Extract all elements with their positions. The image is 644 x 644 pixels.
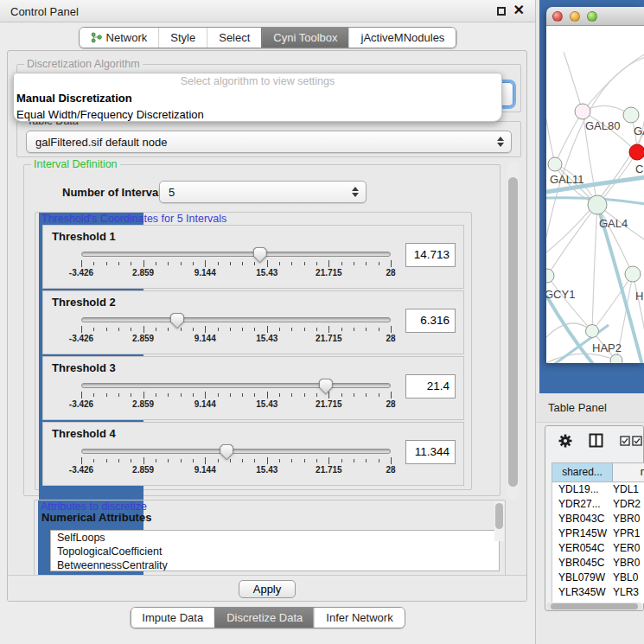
slider-tick (131, 262, 131, 265)
table-data-combo[interactable]: galFiltered.sif default node (26, 131, 512, 153)
attributes-scrollbar-thumb[interactable] (495, 503, 503, 529)
table-row[interactable]: YBR045CYBR0 (552, 556, 644, 571)
tab-cyni-toolbox[interactable]: Cyni Toolbox (261, 28, 348, 48)
tab-jactivemnodules[interactable]: jActiveMNodules (349, 28, 456, 48)
slider-tick (118, 262, 119, 265)
threshold-slider-thumb[interactable] (253, 247, 267, 263)
table-horizontal-scrollbar[interactable] (546, 603, 642, 610)
settings-scrollbar[interactable] (507, 162, 519, 501)
network-edge[interactable] (592, 205, 597, 331)
number-of-intervals-value: 5 (169, 186, 175, 199)
table-row[interactable]: YER054CYER0 (552, 541, 644, 556)
attributes-group: Attributes to discretize Numerical Attri… (34, 500, 506, 579)
threshold-slider-track[interactable] (81, 317, 391, 322)
tab-select[interactable]: Select (207, 28, 261, 48)
close-icon[interactable]: ✕ (513, 3, 525, 18)
network-node[interactable] (548, 157, 562, 171)
threshold-value-field[interactable]: 21.4 (405, 374, 456, 399)
slider-tick (81, 457, 82, 464)
slider-tick-label: 21.715 (316, 268, 342, 277)
network-node[interactable] (625, 266, 641, 282)
slider-tick (168, 328, 169, 331)
network-node[interactable] (629, 144, 644, 160)
close-traffic-light-icon[interactable] (552, 11, 563, 22)
tab-infer-network[interactable]: Infer Network (314, 608, 404, 628)
algorithm-option-manual[interactable]: Manual Discretization (14, 90, 501, 106)
threshold-slider-track[interactable] (81, 449, 391, 454)
table-row[interactable]: YPR145WYPR1 (552, 526, 644, 541)
table-row[interactable]: YDL19...YDL1 (552, 482, 644, 497)
tab-impute-data[interactable]: Impute Data (131, 608, 214, 628)
table-row[interactable]: YDR27...YDR2 (552, 497, 644, 512)
tab-style[interactable]: Style (158, 28, 207, 48)
network-node[interactable] (546, 269, 554, 283)
threshold-value-field[interactable]: 6.316 (405, 309, 456, 333)
attributes-scrollbar[interactable] (494, 501, 504, 541)
algorithm-option-equal-width[interactable]: Equal Width/Frequency Discretization (14, 106, 501, 122)
table-row[interactable]: YLR345WYLR3 (552, 585, 644, 600)
table-panel-header: Table Panel (536, 393, 644, 423)
cell-name: YDR2 (609, 497, 641, 512)
slider-tick (205, 457, 206, 464)
tab-network[interactable]: Network (80, 28, 159, 48)
attribute-list-item[interactable]: SelfLoops (51, 531, 499, 545)
slider-tick (81, 326, 82, 333)
numerical-attributes-list[interactable]: SelfLoopsTopologicalCoefficientBetweenne… (50, 530, 500, 571)
slider-tick (379, 328, 379, 331)
bottom-tab-strip: Impute DataDiscretize DataInfer Network (130, 607, 405, 628)
interval-definition-label: Interval Definition (31, 158, 120, 171)
number-of-intervals-combo[interactable]: 5 (159, 181, 367, 203)
threshold-slider-track[interactable] (81, 252, 391, 257)
slider-tick (316, 328, 317, 331)
threshold-slider-thumb[interactable] (319, 379, 333, 394)
gear-icon[interactable] (558, 433, 573, 449)
network-edge[interactable] (547, 276, 592, 331)
columns-icon[interactable] (589, 433, 603, 448)
column-header-name[interactable]: n... (613, 463, 644, 481)
tab-label: Infer Network (326, 608, 392, 628)
cell-shared-name: YLR345W (552, 585, 609, 600)
checkbox-icon[interactable] (632, 436, 642, 446)
tab-discretize-data[interactable]: Discretize Data (214, 608, 314, 628)
network-canvas[interactable]: GAL80GACGAL11GAL4GCY1HHAP2 (546, 26, 644, 363)
slider-tick (181, 459, 182, 462)
network-edge[interactable] (547, 205, 597, 276)
slider-tick (156, 262, 156, 265)
attribute-list-item[interactable]: BetweennessCentrality (51, 558, 499, 571)
network-edge[interactable] (564, 52, 583, 112)
network-edge[interactable] (583, 54, 644, 112)
network-edge[interactable] (633, 274, 644, 337)
slider-tick-label: 28 (386, 399, 395, 409)
table-row[interactable]: YBL079WYBL0 (552, 571, 644, 585)
cell-name: YBR0 (609, 512, 640, 526)
network-node[interactable] (588, 195, 607, 214)
network-node[interactable] (586, 325, 599, 338)
threshold-label: Threshold 3 (52, 361, 116, 374)
apply-button[interactable]: Apply (239, 580, 296, 598)
checkbox-icon[interactable] (620, 436, 630, 446)
network-node[interactable] (623, 107, 639, 123)
table-horizontal-scrollbar-thumb[interactable] (551, 603, 638, 609)
slider-tick (181, 393, 182, 397)
attribute-list-item[interactable]: TopologicalCoefficient (51, 545, 499, 558)
zoom-traffic-light-icon[interactable] (587, 11, 597, 22)
threshold-value-field[interactable]: 14.713 (405, 243, 456, 267)
threshold-slider-thumb[interactable] (170, 313, 184, 328)
slider-tick (218, 459, 219, 462)
slider-tick (291, 459, 292, 462)
slider-tick (267, 326, 268, 333)
table-rows: YDL19...YDL1YDR27...YDR2YBR043CYBR0YPR14… (552, 482, 644, 603)
minimize-traffic-light-icon[interactable] (570, 11, 580, 22)
float-window-icon[interactable] (497, 7, 506, 16)
column-header-shared-name[interactable]: shared... (552, 463, 613, 481)
threshold-value-field[interactable]: 11.344 (405, 440, 456, 464)
threshold-slider-thumb[interactable] (220, 444, 233, 460)
threshold-label: Threshold 2 (52, 296, 116, 309)
cell-name: YBL0 (609, 571, 638, 585)
table-row[interactable]: YBR043CYBR0 (552, 512, 644, 526)
threshold-slider-track[interactable] (81, 383, 391, 388)
network-node[interactable] (610, 354, 622, 363)
network-node[interactable] (575, 104, 590, 119)
settings-scrollbar-thumb[interactable] (508, 177, 518, 487)
slider-tick-label: -3.426 (69, 268, 93, 277)
